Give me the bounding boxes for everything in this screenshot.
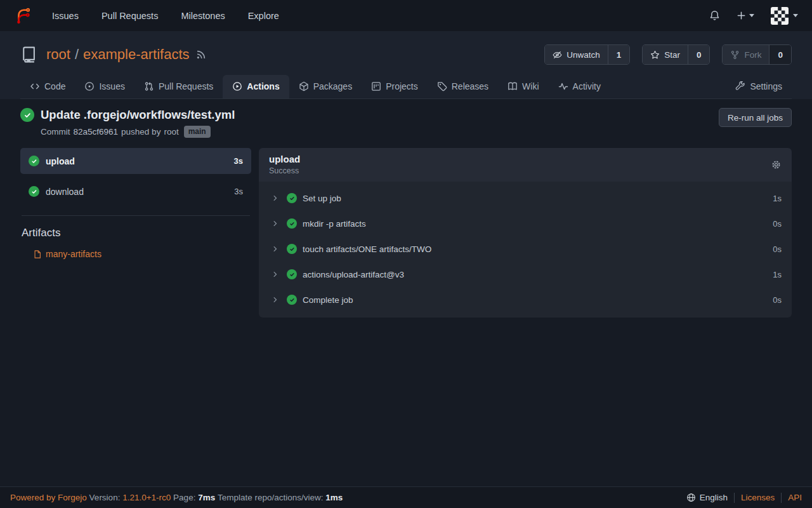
step-duration: 0s [773,219,782,229]
job-duration: 3s [234,187,243,196]
fork-button-group: Fork 0 [722,44,792,65]
artifacts-heading: Artifacts [22,227,251,239]
watch-count[interactable]: 1 [608,45,630,64]
jobs-sidebar: upload 3s download 3s Artifacts many-art… [20,148,251,259]
chevron-down-icon [749,14,754,17]
job-item-upload[interactable]: upload 3s [20,148,251,174]
version-link[interactable]: 1.21.0+1-rc0 [122,493,171,502]
user-menu[interactable] [771,7,798,25]
fork-icon [730,50,740,60]
template-time-label: Template repo/actions/view: [218,493,324,502]
job-success-icon [29,156,39,166]
star-button[interactable]: Star [643,45,688,64]
commit-sha-link[interactable]: 82a5cf6961 [74,127,119,137]
tab-code[interactable]: Code [20,75,75,98]
star-count[interactable]: 0 [688,45,710,64]
chevron-right-icon [272,271,279,278]
job-detail-panel: upload Success Set up job [259,148,792,318]
template-time-value: 1ms [325,493,343,502]
version-label: Version: [89,493,121,502]
notifications-bell-icon[interactable] [709,10,720,21]
create-new-dropdown[interactable] [737,11,754,20]
job-detail-header: upload Success [259,148,792,182]
run-title: Update .forgejo/workflows/test.yml [41,108,235,122]
commit-author: root [164,127,178,137]
step-row-complete[interactable]: Complete job 0s [259,287,792,312]
powered-by-label: Powered by Forgejo [10,493,87,502]
repo-name-link[interactable]: example-artifacts [83,46,190,63]
step-success-icon [287,218,297,229]
forgejo-logo[interactable] [14,7,32,25]
job-duration: 3s [234,156,243,166]
job-success-icon [29,186,39,197]
tab-actions[interactable]: Actions [223,75,289,98]
rss-icon[interactable] [196,50,206,60]
step-success-icon [287,244,297,254]
page-time-value: 7ms [198,493,215,502]
job-name: upload [46,156,75,166]
project-board-icon [371,81,381,91]
file-icon [33,250,42,259]
step-row-upload-artifact[interactable]: actions/upload-artifact@v3 1s [259,262,792,287]
chevron-right-icon [272,296,279,304]
pull-request-icon [144,81,154,91]
repo-owner-link[interactable]: root [46,46,70,63]
tools-icon [735,81,745,91]
step-row-touch[interactable]: touch artifacts/ONE artifacts/TWO 0s [259,236,792,262]
tab-pull-requests[interactable]: Pull Requests [134,75,223,98]
divider [22,215,250,216]
fork-count[interactable]: 0 [769,45,791,64]
fork-button[interactable]: Fork [723,45,769,64]
steps-list: Set up job 1s mkdir -p artifacts 0s [259,182,792,318]
nav-item-pull-requests[interactable]: Pull Requests [102,11,158,21]
tag-icon [437,81,447,91]
tab-packages[interactable]: Packages [289,75,362,98]
breadcrumb-separator: / [75,46,79,63]
divider [781,493,782,503]
tab-activity[interactable]: Activity [549,75,610,98]
book-icon [508,81,518,91]
play-circle-icon [232,81,242,91]
repo-header: root / example-artifacts Unwatch [0,31,812,99]
tab-settings[interactable]: Settings [726,75,792,98]
language-selector[interactable]: English [686,493,728,502]
tab-releases[interactable]: Releases [428,75,498,98]
nav-item-milestones[interactable]: Milestones [181,11,225,21]
step-row-mkdir[interactable]: mkdir -p artifacts 0s [259,211,792,236]
avatar [771,7,789,25]
code-icon [30,81,40,91]
job-name: download [46,187,84,197]
pulse-icon [558,81,568,91]
api-link[interactable]: API [788,493,802,502]
job-item-download[interactable]: download 3s [20,178,251,204]
star-icon [650,50,660,60]
repo-breadcrumb: root / example-artifacts [46,46,190,63]
tab-issues[interactable]: Issues [75,75,134,98]
nav-item-issues[interactable]: Issues [52,11,79,21]
chevron-right-icon [272,245,279,253]
nav-item-explore[interactable]: Explore [248,11,279,21]
step-row-setup[interactable]: Set up job 1s [259,185,792,211]
step-duration: 0s [773,244,782,254]
plus-icon [737,11,746,20]
chevron-right-icon [272,194,279,202]
step-duration: 1s [773,194,782,203]
rerun-all-jobs-button[interactable]: Re-run all jobs [719,108,792,127]
step-success-icon [287,193,297,203]
page-time-label: Page: [173,493,195,502]
step-success-icon [287,295,297,305]
footer: Powered by Forgejo Version: 1.21.0+1-rc0… [0,486,812,508]
star-button-group: Star 0 [642,44,710,65]
repo-tabbar: Code Issues Pull Requests Actions P [20,75,792,99]
artifact-link-many-artifacts[interactable]: many-artifacts [33,249,251,259]
tab-projects[interactable]: Projects [362,75,428,98]
gear-icon[interactable] [771,159,782,170]
issue-circle-icon [84,81,95,91]
tab-wiki[interactable]: Wiki [498,75,548,98]
powered-by-link[interactable]: Powered by Forgejo [10,493,87,502]
branch-badge[interactable]: main [184,126,211,138]
licenses-link[interactable]: Licenses [741,493,775,502]
top-navbar: Issues Pull Requests Milestones Explore [0,0,812,31]
unwatch-button[interactable]: Unwatch [545,45,608,64]
actions-run-view: Update .forgejo/workflows/test.yml Commi… [0,99,812,486]
